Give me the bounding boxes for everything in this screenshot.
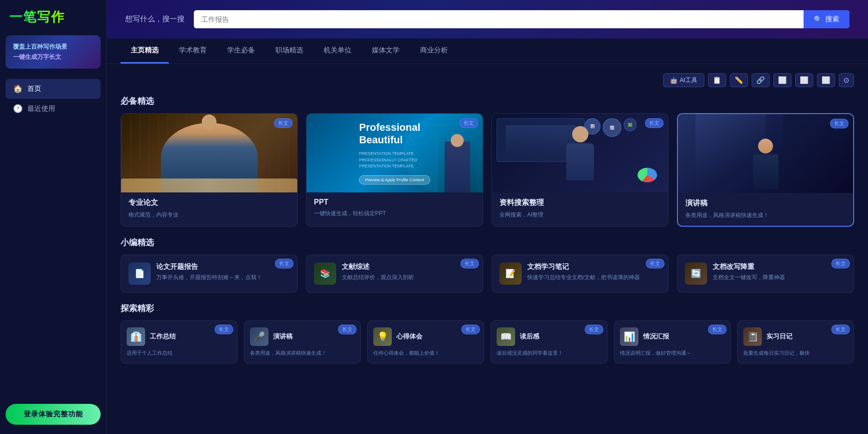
card-speech-title: 演讲稿: [685, 198, 846, 208]
explore-read-desc: 读后感没灵感的同学看这里！: [497, 350, 601, 357]
explore-card-situation[interactable]: 📊 情况汇报 情况说明汇报，做好管理沟通～ 长文: [614, 320, 731, 364]
badge-proposal: 长文: [275, 259, 294, 268]
search-input[interactable]: [194, 10, 804, 28]
proposal-desc: 万事开头难，开题报告特别难～来，点我！: [156, 274, 290, 281]
search-button[interactable]: 🔍 搜索: [804, 10, 849, 28]
banner-card: 覆盖上百种写作场景 一键生成万字长文: [6, 35, 101, 69]
sidebar-item-home[interactable]: 🏠 首页: [6, 79, 101, 99]
explore-row: 👔 工作总结 适用于个人工作总结 长文 🎤 演讲稿 各类用途，风格演讲稿快速生成…: [121, 320, 854, 364]
tab-gov[interactable]: 机关单位: [313, 38, 362, 64]
explore-work-title: 工作总结: [150, 332, 176, 341]
sidebar-item-recent[interactable]: 🕐 最近使用: [6, 99, 101, 119]
tab-student[interactable]: 学生必备: [217, 38, 265, 64]
editor-picks-row: 📄 论文开题报告 万事开头难，开题报告特别难～来，点我！ 长文 📚 文献综述 文…: [121, 255, 854, 293]
explore-section-title: 探索精彩: [121, 303, 854, 314]
card-paper-body: 专业论文 格式规范，内容专业: [121, 192, 297, 225]
toolbar-icon-2[interactable]: ✏️: [730, 73, 748, 87]
small-card-rewrite[interactable]: 🔄 文档改写降重 文档全文一键改写，降重神器 长文: [677, 255, 854, 293]
explore-exp-icon: 💡: [373, 327, 392, 346]
small-card-literature[interactable]: 📚 文献综述 文献总结评价，观点深入剖析 长文: [306, 255, 483, 293]
explore-sit-desc: 情况说明汇报，做好管理沟通～: [620, 350, 725, 357]
notes-content: 文档学习笔记 快速学习总结专业文档/文献，把书读薄的神器: [527, 262, 661, 281]
badge-ppt: 长文: [460, 118, 478, 128]
literature-desc: 文献总结评价，观点深入剖析: [342, 274, 475, 281]
explore-card-experience[interactable]: 💡 心得体会 任何心得体会，都能上价值！ 长文: [367, 320, 484, 364]
rewrite-icon: 🔄: [685, 262, 707, 285]
card-paper-title: 专业论文: [128, 198, 290, 208]
sidebar-home-label: 首页: [27, 84, 41, 93]
badge-situation: 长文: [708, 325, 727, 334]
banner-line1: 覆盖上百种写作场景: [13, 42, 93, 52]
badge-work-summary: 长文: [215, 325, 233, 334]
home-icon: 🏠: [13, 84, 23, 94]
logo: 一笔写作: [9, 8, 97, 26]
card-data-title: 资料搜索整理: [499, 198, 661, 208]
explore-card-internship[interactable]: 📓 实习日记 批量生成每日实习日记，极快 长文: [737, 320, 854, 364]
explore-sit-icon: 📊: [620, 327, 638, 346]
featured-section-title: 必备精选: [121, 96, 854, 107]
sidebar-nav: 🏠 首页 🕐 最近使用: [0, 77, 106, 396]
toolbar-icon-6[interactable]: ⬜: [817, 73, 835, 87]
explore-card-reading[interactable]: 📖 读后感 读后感没灵感的同学看这里！ 长文: [491, 320, 607, 364]
card-ppt[interactable]: ProfessionalBeautiful PRESENTATION TEMPL…: [306, 113, 483, 227]
toolbar-icon-7[interactable]: ⊙: [839, 73, 854, 87]
rewrite-desc: 文档全文一键改写，降重神器: [713, 274, 846, 281]
explore-speech-title: 演讲稿: [273, 332, 293, 341]
card-ppt-desc: 一键快速生成，轻松搞定PPT: [314, 209, 475, 217]
main-content: 想写什么，搜一搜 🔍 搜索 主页精选 学术教育 学生必备 职场精选 机关单位 媒…: [107, 0, 868, 434]
literature-icon: 📚: [314, 262, 336, 285]
badge-notes: 长文: [646, 259, 664, 268]
featured-cards-row: 长文 专业论文 格式规范，内容专业 ProfessionalBeautiful …: [121, 113, 854, 227]
content-area: 🤖 AI工具 📋 ✏️ 🔗 ⬜ ⬜ ⬜ ⊙ 必备精选: [107, 64, 868, 434]
search-icon: 🔍: [814, 15, 823, 24]
card-speech-body: 演讲稿 各类用途，风格演讲稿快速生成！: [678, 193, 853, 226]
toolbar-icon-5[interactable]: ⬜: [795, 73, 813, 87]
explore-work-icon: 👔: [127, 327, 145, 346]
explore-work-desc: 适用于个人工作总结: [127, 350, 231, 357]
explore-intern-desc: 批量生成每日实习日记，极快: [743, 350, 848, 357]
search-label: 想写什么，搜一搜: [125, 14, 185, 24]
tabs-bar: 主页精选 学术教育 学生必备 职场精选 机关单位 媒体文学 商业分析: [107, 38, 868, 64]
ai-toolbar: 🤖 AI工具 📋 ✏️ 🔗 ⬜ ⬜ ⬜ ⊙: [121, 73, 854, 87]
badge-data: 长文: [645, 118, 664, 128]
badge-rewrite: 长文: [831, 259, 850, 268]
card-data[interactable]: 📊 📈 💹 长文 资料搜索整理 全网搜: [491, 113, 669, 227]
notes-title: 文档学习笔记: [527, 262, 661, 271]
proposal-title: 论文开题报告: [156, 262, 290, 271]
banner-line2: 一键生成万字长文: [13, 52, 93, 62]
card-data-image: 📊 📈 💹: [492, 114, 668, 192]
explore-intern-icon: 📓: [743, 327, 762, 346]
card-data-desc: 全网搜索，AI整理: [499, 211, 661, 219]
card-paper[interactable]: 长文 专业论文 格式规范，内容专业: [121, 113, 298, 227]
toolbar-icon-1[interactable]: 📋: [708, 73, 726, 87]
tab-media[interactable]: 媒体文学: [362, 38, 410, 64]
login-button[interactable]: 登录体验完整功能: [6, 404, 101, 425]
ai-tools-button[interactable]: 🤖 AI工具: [663, 73, 704, 87]
card-speech[interactable]: 长文 演讲稿 各类用途，风格演讲稿快速生成！: [677, 113, 854, 227]
small-card-proposal[interactable]: 📄 论文开题报告 万事开头难，开题报告特别难～来，点我！ 长文: [121, 255, 298, 293]
toolbar-icon-3[interactable]: 🔗: [752, 73, 770, 87]
badge-experience: 长文: [461, 325, 480, 334]
small-card-notes[interactable]: 📝 文档学习笔记 快速学习总结专业文档/文献，把书读薄的神器 长文: [491, 255, 669, 293]
card-speech-image: [678, 114, 853, 193]
explore-card-speech2[interactable]: 🎤 演讲稿 各类用途，风格演讲稿快速生成！ 长文: [244, 320, 361, 364]
badge-speech2: 长文: [338, 325, 357, 334]
toolbar-icon-4[interactable]: ⬜: [773, 73, 791, 87]
explore-speech-desc: 各类用途，风格演讲稿快速生成！: [250, 350, 355, 357]
badge-reading: 长文: [585, 325, 603, 334]
tab-academic[interactable]: 学术教育: [169, 38, 217, 64]
literature-content: 文献综述 文献总结评价，观点深入剖析: [342, 262, 475, 281]
badge-speech: 长文: [830, 119, 849, 128]
sidebar-recent-label: 最近使用: [27, 104, 55, 113]
tab-biz[interactable]: 商业分析: [410, 38, 458, 64]
search-bar: 🔍 搜索: [194, 10, 849, 28]
card-ppt-body: PPT 一键快速生成，轻松搞定PPT: [306, 192, 483, 224]
explore-card-work-summary[interactable]: 👔 工作总结 适用于个人工作总结 长文: [121, 320, 237, 364]
search-header: 想写什么，搜一搜 🔍 搜索: [107, 0, 868, 38]
card-speech-desc: 各类用途，风格演讲稿快速生成！: [685, 211, 846, 219]
tab-home[interactable]: 主页精选: [121, 38, 169, 64]
explore-exp-title: 心得体会: [396, 332, 422, 341]
explore-read-title: 读后感: [520, 332, 539, 341]
proposal-content: 论文开题报告 万事开头难，开题报告特别难～来，点我！: [156, 262, 290, 281]
tab-workplace[interactable]: 职场精选: [265, 38, 313, 64]
